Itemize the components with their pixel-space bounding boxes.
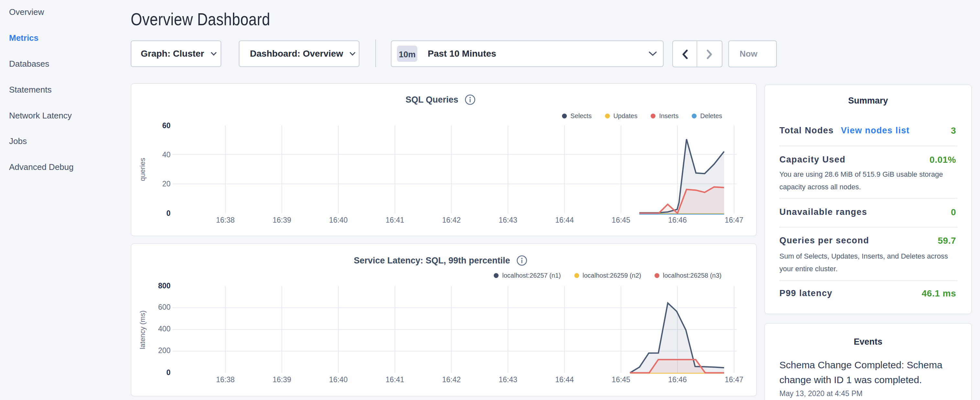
svg-text:40: 40 [162,150,170,159]
svg-text:16:46: 16:46 [668,216,687,224]
svg-text:20: 20 [162,180,170,188]
svg-text:16:47: 16:47 [725,375,743,384]
svg-text:16:44: 16:44 [555,375,574,384]
svg-text:200: 200 [158,346,170,355]
svg-text:16:41: 16:41 [386,375,404,384]
svg-text:16:39: 16:39 [272,375,291,384]
svg-text:16:45: 16:45 [612,375,631,384]
svg-text:latency (ms): latency (ms) [138,310,146,349]
svg-text:16:42: 16:42 [442,216,461,224]
svg-text:16:43: 16:43 [499,375,517,384]
svg-text:400: 400 [158,325,170,333]
svg-text:0: 0 [166,368,170,377]
svg-text:16:42: 16:42 [442,375,461,384]
svg-text:16:39: 16:39 [272,216,291,224]
svg-text:0: 0 [166,209,170,217]
svg-text:600: 600 [158,303,170,311]
svg-text:queries: queries [138,158,146,181]
svg-text:16:38: 16:38 [216,375,235,384]
svg-text:16:44: 16:44 [555,216,574,224]
svg-text:60: 60 [162,121,170,130]
svg-text:16:47: 16:47 [725,216,743,224]
svg-text:16:40: 16:40 [329,375,348,384]
svg-text:16:45: 16:45 [612,216,631,224]
svg-text:16:46: 16:46 [668,375,687,384]
svg-text:16:41: 16:41 [386,216,404,224]
svg-text:16:43: 16:43 [499,216,517,224]
svg-text:800: 800 [158,282,170,290]
svg-text:16:38: 16:38 [216,216,235,224]
svg-text:16:40: 16:40 [329,216,348,224]
